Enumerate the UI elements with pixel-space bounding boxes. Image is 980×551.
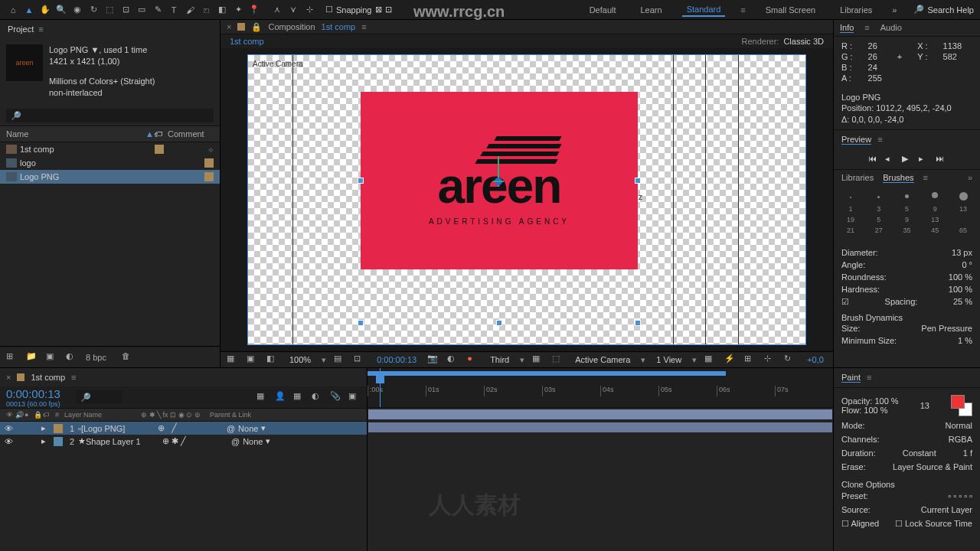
workspace-default[interactable]: Default — [585, 4, 621, 16]
snap-opt-icon[interactable]: ⊠ — [375, 5, 382, 15]
selection-handle[interactable] — [496, 320, 502, 326]
preset-icons[interactable]: ▫ ▫ ▫ ▫ ▫ — [948, 491, 972, 500]
erase-value[interactable]: Layer Source & Paint — [893, 462, 972, 471]
track-row[interactable] — [368, 408, 833, 421]
flowchart-icon[interactable]: ⊹ — [764, 354, 776, 366]
interpret-icon[interactable]: ⊞ — [6, 351, 18, 364]
label-color[interactable] — [204, 158, 214, 168]
info-menu-icon[interactable]: ≡ — [864, 23, 869, 33]
tab-libraries[interactable]: Libraries — [841, 173, 874, 183]
brush-preset[interactable] — [870, 192, 888, 202]
selection-handle[interactable] — [358, 320, 364, 326]
selection-tool-icon[interactable]: ▲ — [22, 3, 36, 17]
axis-view-icon[interactable]: ⊹ — [302, 3, 316, 17]
snap-opt2-icon[interactable]: ⊡ — [385, 5, 392, 15]
comp-mini-icon[interactable]: ▦ — [256, 391, 269, 403]
eraser-tool-icon[interactable]: ◧ — [215, 3, 229, 17]
opacity-value[interactable]: 100 % — [874, 396, 898, 406]
first-frame-icon[interactable]: ⏮ — [868, 154, 879, 165]
chevron-down-icon[interactable]: ▾ — [641, 355, 645, 365]
selection-handle[interactable] — [635, 320, 641, 326]
bpc-label[interactable]: 8 bpc — [86, 353, 106, 362]
renderer-selector[interactable]: Renderer: Classic 3D — [742, 37, 825, 46]
tl-tab[interactable]: 1st comp — [31, 373, 65, 382]
trash-icon[interactable]: 🗑 — [122, 351, 134, 364]
tab-paint[interactable]: Paint — [841, 373, 861, 383]
tab-close-icon[interactable]: × — [227, 22, 231, 31]
anchor-point-icon[interactable] — [493, 176, 504, 187]
axis-local-icon[interactable]: ⋏ — [270, 3, 284, 17]
parent-dropdown[interactable]: None — [238, 424, 258, 433]
roto-tool-icon[interactable]: ✦ — [231, 3, 245, 17]
workspace-standard-menu-icon[interactable]: ≡ — [740, 5, 745, 15]
work-area-bar[interactable] — [368, 371, 726, 376]
tl-close-icon[interactable]: × — [6, 373, 11, 382]
roi-icon[interactable]: ⊡ — [354, 354, 366, 366]
home-icon[interactable]: ⌂ — [6, 3, 20, 17]
reset-exp-icon[interactable]: ↻ — [784, 354, 796, 366]
col-label-icon[interactable]: 🏷 — [154, 129, 168, 139]
fg-color-swatch[interactable] — [951, 395, 965, 409]
layer-label-color[interactable] — [54, 437, 63, 446]
workspace-small[interactable]: Small Screen — [761, 4, 820, 16]
pixel-icon[interactable]: ▦ — [704, 354, 717, 366]
shape-tool-icon[interactable]: ▭ — [135, 3, 149, 17]
zoom-tool-icon[interactable]: 🔍 — [54, 3, 68, 17]
prev-frame-icon[interactable]: ◂ — [885, 154, 896, 165]
help-search[interactable]: 🔎 Search Help — [913, 5, 974, 15]
new-folder-icon[interactable]: 📁 — [26, 351, 38, 364]
chevron-down-icon[interactable]: ▾ — [520, 355, 524, 365]
channels-value[interactable]: RGBA — [949, 435, 972, 444]
parent-dropdown[interactable]: None — [243, 437, 263, 446]
workspace-standard[interactable]: Standard — [682, 3, 726, 17]
fast-icon[interactable]: ⚡ — [724, 354, 737, 366]
next-frame-icon[interactable]: ▸ — [919, 154, 929, 165]
project-item[interactable]: Logo PNG — [0, 170, 220, 184]
mask-icon[interactable]: ◧ — [266, 354, 279, 366]
layer-name[interactable]: Shape Layer 1 — [86, 437, 162, 446]
spacing-value[interactable]: 25 % — [953, 297, 972, 307]
flow-value[interactable]: 100 % — [864, 406, 887, 415]
brush-preset[interactable] — [926, 192, 944, 202]
shy-icon[interactable]: 👤 — [275, 391, 287, 403]
comp-name[interactable]: 1st comp — [322, 22, 356, 31]
new-comp-icon[interactable]: ▣ — [46, 351, 58, 364]
layer-name-col[interactable]: Layer Name — [61, 411, 138, 419]
viewport[interactable]: Active Camera areen ADVERTISING AGENCY — [247, 54, 806, 345]
layer-label-color[interactable] — [54, 424, 63, 433]
adjust-icon[interactable]: ◐ — [66, 351, 78, 364]
timeline-search-input[interactable] — [76, 390, 122, 404]
axis-world-icon[interactable]: ⋎ — [286, 3, 300, 17]
tab-brushes[interactable]: Brushes — [883, 173, 913, 183]
dyn-size-value[interactable]: Pen Pressure — [921, 324, 972, 333]
angle-value[interactable]: 0 ° — [962, 260, 972, 269]
hand-tool-icon[interactable]: ✋ — [38, 3, 52, 17]
visibility-icon[interactable]: 👁 — [3, 437, 14, 446]
resolution-dropdown[interactable]: Third — [487, 354, 512, 365]
motion-blur-icon[interactable]: ◐ — [312, 391, 324, 403]
snapping-toggle[interactable]: ☐ Snapping ⊠ ⊡ — [325, 5, 392, 15]
brush-preset[interactable] — [898, 192, 916, 202]
label-color[interactable] — [204, 172, 214, 181]
3d-icon[interactable]: ⬚ — [552, 354, 564, 366]
brush-tool-icon[interactable]: 🖌 — [183, 3, 197, 17]
current-timecode[interactable]: 0:00:00:13 — [6, 387, 60, 400]
col-name[interactable]: Name — [6, 129, 145, 139]
selection-handle[interactable] — [635, 178, 641, 184]
color-swatches[interactable] — [951, 395, 972, 416]
label-color[interactable] — [155, 145, 164, 154]
last-frame-icon[interactable]: ⏭ — [936, 154, 946, 165]
layer-switches[interactable]: ⊕ ✱ ╱ — [162, 436, 231, 446]
play-icon[interactable]: ▶ — [902, 154, 913, 165]
layer-row[interactable]: 👁 ▸ 2 ★ Shape Layer 1 ⊕ ✱ ╱ @None▾ — [0, 435, 367, 448]
brush-preset[interactable] — [841, 192, 860, 202]
pickwhip-icon[interactable]: @ — [231, 437, 240, 446]
workspace-more-icon[interactable]: » — [892, 5, 897, 15]
workspace-libraries[interactable]: Libraries — [835, 4, 877, 16]
mode-value[interactable]: Normal — [946, 421, 972, 430]
label-col-icon[interactable]: 🏷 — [40, 411, 52, 419]
source-value[interactable]: Current Layer — [921, 505, 972, 514]
channel-icon[interactable]: ◐ — [447, 354, 459, 366]
chevron-down-icon[interactable]: ▾ — [266, 436, 270, 446]
twirl-icon[interactable]: ▸ — [41, 436, 51, 446]
